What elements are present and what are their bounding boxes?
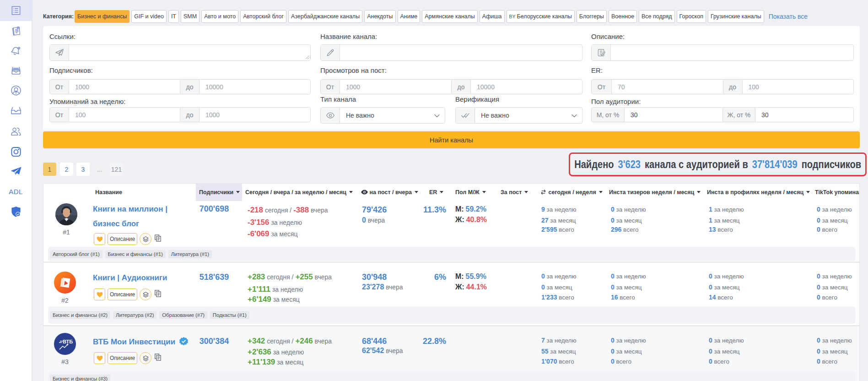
svg-text:ВТБ: ВТБ — [63, 339, 73, 344]
